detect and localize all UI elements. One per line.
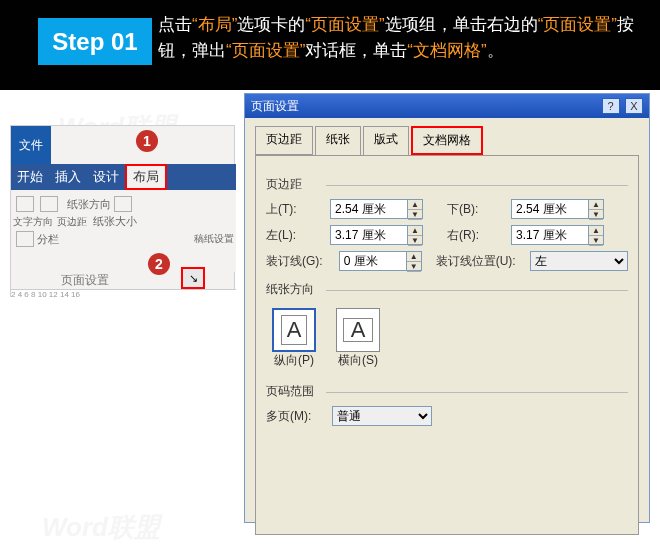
label-bottom: 下(B): [447,201,505,218]
spinner-left[interactable]: ▲▼ [408,225,423,245]
instruction-text: 点击“布局”选项卡的“页面设置”选项组，单击右边的“页面设置”按钮，弹出“页面设… [158,12,650,64]
orientation-landscape-label: 横向(S) [338,352,378,369]
orientation-landscape-icon[interactable]: A [336,308,380,352]
tab-layout[interactable]: 布局 [125,164,167,190]
input-left[interactable] [330,225,408,245]
section-margins: 页边距 [266,176,628,193]
tab-design[interactable]: 设计 [87,164,125,190]
text-direction-label: 文字方向 [13,215,53,229]
stationery-label[interactable]: 稿纸设置 [194,232,234,246]
orientation-portrait-icon[interactable]: A [272,308,316,352]
input-bottom[interactable] [511,199,589,219]
input-top[interactable] [330,199,408,219]
section-pages: 页码范围 [266,383,628,400]
label-top: 上(T): [266,201,324,218]
ruler: 2 4 6 8 10 12 14 16 [11,289,236,299]
orientation-portrait-label: 纵向(P) [274,352,314,369]
input-gutter[interactable] [339,251,407,271]
section-orientation: 纸张方向 [266,281,628,298]
text-direction-icon[interactable] [16,196,34,212]
watermark: Word联盟 [42,510,160,544]
label-right: 右(R): [447,227,505,244]
step-badge: Step 01 [38,18,152,65]
dialog-titlebar[interactable]: 页面设置 ? X [245,94,649,118]
dialog-body: 页边距 上(T): ▲▼ 下(B): ▲▼ 左(L): ▲▼ 右(R): ▲▼ … [255,155,639,535]
label-gutter: 装订线(G): [266,253,333,270]
close-icon[interactable]: X [625,98,643,114]
breaks-icon[interactable] [114,196,132,212]
columns-icon[interactable] [16,231,34,247]
instruction-bar: Step 01 点击“布局”选项卡的“页面设置”选项组，单击右边的“页面设置”按… [0,0,660,90]
callout-1: 1 [136,130,158,152]
group-label: 页面设置 [61,272,109,289]
input-right[interactable] [511,225,589,245]
select-multi[interactable]: 普通 [332,406,432,426]
margins-icon[interactable] [40,196,58,212]
ribbon-body: 纸张方向 文字方向 页边距 纸张大小 分栏 稿纸设置 [11,190,236,272]
dialog-tabs: 页边距 纸张 版式 文档网格 [245,118,649,155]
tab-insert[interactable]: 插入 [49,164,87,190]
tab-home[interactable]: 开始 [11,164,49,190]
select-gutter-pos[interactable]: 左 [530,251,628,271]
size-label[interactable]: 纸张大小 [93,214,137,229]
tab-doc-grid[interactable]: 文档网格 [411,126,483,155]
tab-layout-dlg[interactable]: 版式 [363,126,409,155]
label-multi: 多页(M): [266,408,326,425]
margins-label: 页边距 [57,215,87,229]
tab-margins[interactable]: 页边距 [255,126,313,155]
spinner-gutter[interactable]: ▲▼ [407,251,422,271]
help-icon[interactable]: ? [602,98,620,114]
ribbon-tabs: 开始 插入 设计 布局 [11,164,236,190]
columns-label[interactable]: 分栏 [37,232,59,247]
page-setup-dialog: 页面设置 ? X 页边距 纸张 版式 文档网格 页边距 上(T): ▲▼ 下(B… [244,93,650,523]
orientation-label[interactable]: 纸张方向 [67,197,111,212]
dialog-title: 页面设置 [251,98,299,114]
label-gutter-pos: 装订线位置(U): [436,253,524,270]
ribbon-snippet: 文件 开始 插入 设计 布局 纸张方向 文字方向 页边距 纸张大小 分栏 稿纸设… [10,125,235,297]
dialog-launcher[interactable]: ↘ [181,267,205,289]
tab-paper[interactable]: 纸张 [315,126,361,155]
spinner-right[interactable]: ▲▼ [589,225,604,245]
callout-2: 2 [148,253,170,275]
file-tab[interactable]: 文件 [11,126,51,164]
spinner-top[interactable]: ▲▼ [408,199,423,219]
label-left: 左(L): [266,227,324,244]
spinner-bottom[interactable]: ▲▼ [589,199,604,219]
